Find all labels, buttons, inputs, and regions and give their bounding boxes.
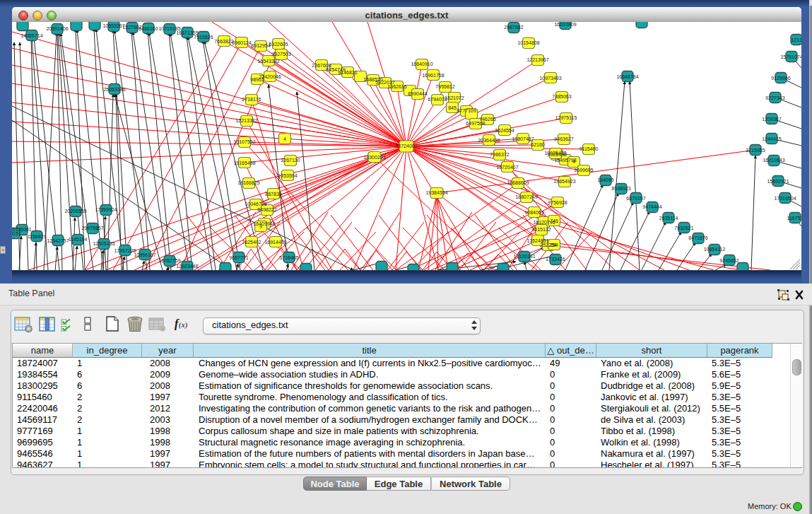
svg-text:9474444: 9474444 bbox=[642, 204, 661, 209]
svg-text:16543382: 16543382 bbox=[257, 59, 279, 64]
svg-text:7515526: 7515526 bbox=[194, 35, 213, 40]
svg-text:16782759: 16782759 bbox=[158, 258, 180, 263]
svg-text:7485063: 7485063 bbox=[552, 94, 571, 99]
svg-text:8938923: 8938923 bbox=[611, 186, 630, 191]
svg-text:18724007: 18724007 bbox=[395, 144, 417, 148]
svg-text:8498222: 8498222 bbox=[257, 207, 276, 212]
svg-text:845: 845 bbox=[448, 105, 457, 110]
svg-text:19166825: 19166825 bbox=[237, 180, 259, 185]
svg-text:10046798: 10046798 bbox=[245, 201, 266, 206]
svg-text:9657771: 9657771 bbox=[229, 255, 248, 260]
svg-text:9: 9 bbox=[259, 224, 262, 229]
svg-text:5716485: 5716485 bbox=[279, 255, 298, 260]
svg-text:746: 746 bbox=[550, 218, 558, 223]
svg-text:39151: 39151 bbox=[12, 231, 21, 236]
svg-text:15692971: 15692971 bbox=[767, 179, 789, 184]
svg-text:16961758: 16961758 bbox=[422, 73, 444, 78]
svg-text:164095: 164095 bbox=[597, 177, 613, 182]
svg-text:1145194: 1145194 bbox=[69, 237, 88, 242]
svg-text:10958187: 10958187 bbox=[134, 252, 155, 257]
svg-text:4: 4 bbox=[283, 136, 286, 141]
svg-text:9129966: 9129966 bbox=[771, 76, 790, 81]
svg-text:10653267: 10653267 bbox=[102, 23, 124, 28]
svg-text:6466160: 6466160 bbox=[139, 26, 158, 31]
svg-text:9463627: 9463627 bbox=[554, 136, 573, 141]
svg-text:4: 4 bbox=[572, 159, 575, 164]
svg-text:10807487: 10807487 bbox=[512, 136, 534, 141]
svg-text:7625402: 7625402 bbox=[242, 240, 261, 245]
svg-text:9327503: 9327503 bbox=[271, 52, 290, 57]
svg-text:9084067: 9084067 bbox=[524, 210, 543, 215]
svg-text:9115460: 9115460 bbox=[579, 146, 599, 151]
svg-text:1733426: 1733426 bbox=[546, 257, 565, 262]
svg-text:10654112: 10654112 bbox=[704, 247, 726, 252]
svg-text:10973493: 10973493 bbox=[539, 76, 561, 81]
svg-text:16409948: 16409948 bbox=[253, 221, 275, 226]
svg-text:16648784: 16648784 bbox=[616, 74, 638, 79]
svg-text:18807249: 18807249 bbox=[515, 194, 537, 199]
svg-text:10154808: 10154808 bbox=[517, 40, 539, 45]
svg-text:12975115: 12975115 bbox=[555, 115, 577, 120]
svg-text:16640910: 16640910 bbox=[411, 62, 433, 66]
svg-text:7632621: 7632621 bbox=[674, 226, 693, 230]
svg-text:254: 254 bbox=[550, 243, 558, 247]
svg-text:9146821: 9146821 bbox=[338, 70, 357, 75]
svg-text:15751074: 15751074 bbox=[780, 54, 801, 59]
svg-text:9227343: 9227343 bbox=[765, 95, 784, 100]
svg-text:29975857: 29975857 bbox=[81, 226, 103, 230]
svg-text:12923448: 12923448 bbox=[176, 264, 198, 269]
svg-text:25053346: 25053346 bbox=[103, 87, 125, 92]
svg-text:62160: 62160 bbox=[531, 142, 545, 147]
svg-text:1353594: 1353594 bbox=[278, 173, 297, 178]
svg-text:15720407: 15720407 bbox=[496, 165, 518, 170]
svg-text:16210643: 16210643 bbox=[763, 158, 784, 163]
svg-text:7955812: 7955812 bbox=[435, 84, 454, 89]
svg-text:20206555: 20206555 bbox=[64, 209, 86, 214]
svg-text:9699695: 9699695 bbox=[574, 168, 593, 173]
svg-text:1156829: 1156829 bbox=[28, 234, 47, 239]
svg-text:9245652: 9245652 bbox=[719, 258, 739, 263]
svg-text:7663822: 7663822 bbox=[214, 39, 233, 44]
svg-text:14136141: 14136141 bbox=[513, 254, 535, 259]
svg-text:16107552: 16107552 bbox=[233, 139, 255, 144]
svg-text:2718176: 2718176 bbox=[242, 97, 261, 102]
svg-text:3624554: 3624554 bbox=[495, 128, 514, 133]
svg-text:2687682: 2687682 bbox=[504, 25, 523, 30]
svg-text:2935114: 2935114 bbox=[659, 216, 678, 221]
svg-text:116753: 116753 bbox=[787, 216, 801, 221]
svg-text:14055714: 14055714 bbox=[20, 33, 42, 38]
svg-text:1212: 1212 bbox=[791, 37, 801, 42]
svg-text:7986372: 7986372 bbox=[490, 152, 509, 157]
svg-text:1209387: 1209387 bbox=[762, 117, 781, 122]
svg-text:1615132: 1615132 bbox=[531, 227, 551, 232]
svg-text:16914479: 16914479 bbox=[264, 240, 286, 245]
svg-text:1244415: 1244415 bbox=[762, 136, 781, 141]
svg-text:20691406: 20691406 bbox=[46, 26, 68, 31]
svg-text:3215955: 3215955 bbox=[746, 148, 765, 153]
svg-text:10688609: 10688609 bbox=[507, 180, 529, 185]
svg-text:17016504: 17016504 bbox=[774, 196, 796, 201]
svg-text:12213967: 12213967 bbox=[526, 57, 548, 62]
svg-text:6497568: 6497568 bbox=[466, 121, 485, 126]
svg-text:17359924: 17359924 bbox=[95, 207, 117, 212]
svg-text:12342757: 12342757 bbox=[47, 238, 69, 243]
svg-text:16033809: 16033809 bbox=[554, 22, 576, 27]
svg-text:1621072: 1621072 bbox=[445, 95, 464, 100]
svg-text:887833: 887833 bbox=[265, 192, 281, 197]
svg-text:12505135: 12505135 bbox=[93, 241, 114, 246]
svg-text:(x): (x) bbox=[179, 320, 188, 329]
svg-text:18300293: 18300293 bbox=[363, 155, 385, 160]
svg-text:12213382: 12213382 bbox=[235, 118, 257, 123]
svg-text:6879197: 6879197 bbox=[626, 196, 645, 201]
svg-text:1362615: 1362615 bbox=[387, 84, 406, 89]
svg-text:19165498: 19165498 bbox=[233, 160, 255, 165]
svg-text:98961: 98961 bbox=[250, 77, 264, 82]
svg-text:9777109: 9777109 bbox=[457, 108, 476, 113]
svg-text:8912954: 8912954 bbox=[251, 43, 270, 48]
svg-text:3267130: 3267130 bbox=[281, 158, 300, 163]
svg-text:8471676: 8471676 bbox=[688, 235, 707, 240]
svg-text:19384554: 19384554 bbox=[425, 190, 447, 195]
svg-text:19654923: 19654923 bbox=[553, 179, 575, 184]
svg-text:17957225: 17957225 bbox=[114, 248, 136, 253]
svg-text:10025438: 10025438 bbox=[544, 151, 566, 156]
